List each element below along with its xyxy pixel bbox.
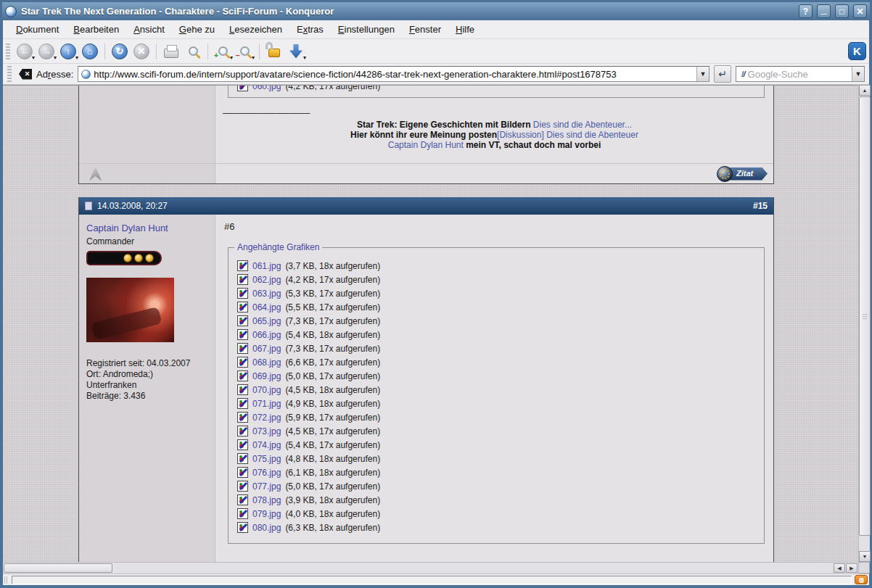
home-icon: ⌂ <box>82 44 98 59</box>
forward-icon: → <box>38 44 54 59</box>
attachment-link[interactable]: 075.jpg <box>252 454 281 464</box>
titlebar[interactable]: Star Trek The Next Generation - Charakte… <box>2 2 870 20</box>
attachment-row: 064.jpg (5,5 KB, 17x aufgerufen) <box>237 300 757 314</box>
find-button[interactable] <box>183 41 203 62</box>
url-input[interactable] <box>94 69 696 80</box>
clear-location-icon[interactable]: ✕ <box>19 69 32 80</box>
attachment-link[interactable]: 079.jpg <box>252 509 281 519</box>
signature-link-3[interactable]: Captain Dylan Hunt <box>388 140 464 150</box>
menu-item[interactable]: Gehe zu <box>172 22 222 37</box>
attachment-link[interactable]: 078.jpg <box>252 495 281 505</box>
url-dropdown-button[interactable]: ▼ <box>696 67 709 81</box>
attachment-image-icon <box>237 357 248 368</box>
username-link[interactable]: Captain Dylan Hunt <box>86 223 168 233</box>
zoom-out-icon <box>240 46 250 56</box>
help-button[interactable]: ? <box>799 4 813 18</box>
up-button[interactable]: ↑▾ <box>58 41 78 62</box>
locationbar-grip[interactable] <box>7 66 12 82</box>
menu-item[interactable]: Lesezeichen <box>222 22 289 37</box>
vertical-scrollbar[interactable]: ▲ ▼ <box>858 85 870 562</box>
zoom-out-button[interactable]: −▾ <box>234 41 255 62</box>
attachment-link[interactable]: 074.jpg <box>252 440 281 450</box>
attachment-link[interactable]: 062.jpg <box>252 275 281 285</box>
signature-line-2: Hier könnt ihr eure Meinung posten[Disku… <box>215 130 773 140</box>
menu-item[interactable]: Bearbeiten <box>66 22 126 37</box>
menu-item[interactable]: Hilfe <box>448 22 482 37</box>
attachment-link[interactable]: 076.jpg <box>252 468 281 478</box>
scroll-right-button[interactable]: ▶ <box>846 563 857 573</box>
search-dropdown-button[interactable]: ▼ <box>852 67 864 81</box>
starfleet-delta-icon <box>89 167 102 181</box>
lock-icon <box>268 49 280 57</box>
attachment-image-icon <box>237 274 248 285</box>
post-number-link[interactable]: #15 <box>753 201 768 211</box>
attachment-meta: (3,9 KB, 18x aufgerufen) <box>285 495 380 505</box>
user-registered: Registriert seit: 04.03.2007 <box>86 358 215 369</box>
download-button[interactable]: ▾ <box>286 41 306 62</box>
menu-item[interactable]: Extras <box>289 22 331 37</box>
reload-button[interactable]: ↻ <box>110 41 130 62</box>
attachment-link[interactable]: 073.jpg <box>252 426 281 436</box>
attachment-link[interactable]: 066.jpg <box>252 330 281 340</box>
horizontal-scrollbar[interactable]: ◀ ▶ <box>3 562 858 573</box>
kde-gear-icon[interactable]: K <box>848 42 866 60</box>
back-button[interactable]: ←▾ <box>15 41 35 62</box>
scroll-left-button[interactable]: ◀ <box>834 563 845 573</box>
attachment-link[interactable]: 069.jpg <box>252 371 281 381</box>
window-title: Star Trek The Next Generation - Charakte… <box>21 6 794 17</box>
forward-button[interactable]: →▾ <box>36 41 57 62</box>
quote-button[interactable]: Zitat <box>717 166 768 182</box>
attachment-link[interactable]: 068.jpg <box>252 357 281 368</box>
attachment-link[interactable]: 063.jpg <box>252 289 281 299</box>
statusbar-grip <box>4 576 9 584</box>
attachment-meta: (5,0 KB, 17x aufgerufen) <box>285 371 380 381</box>
previous-post-footer-right: Zitat <box>215 163 773 183</box>
stop-button[interactable]: ✕ <box>131 41 152 62</box>
signature-divider: __________________ <box>223 105 773 112</box>
scroll-down-button[interactable]: ▼ <box>859 551 871 562</box>
zoom-in-button[interactable]: +▾ <box>213 41 233 62</box>
attachment-link[interactable]: 072.jpg <box>252 413 281 423</box>
attachment-link[interactable]: 077.jpg <box>252 481 281 492</box>
signature-link-1[interactable]: Dies sind die Abenteuer... <box>533 120 632 130</box>
attachment-image-icon <box>237 481 248 492</box>
attachment-row: 070.jpg (4,5 KB, 18x aufgerufen) <box>237 383 757 397</box>
vertical-scrollbar-thumb[interactable] <box>859 96 871 536</box>
attachment-link[interactable]: 065.jpg <box>252 316 281 326</box>
rank-pip-icon <box>123 254 132 262</box>
konqueror-window: Star Trek The Next Generation - Charakte… <box>0 0 872 588</box>
attachment-image-icon <box>237 288 248 299</box>
minimize-button[interactable]: ─ <box>817 4 831 18</box>
home-button[interactable]: ⌂ <box>80 41 100 62</box>
go-button[interactable]: ↵ <box>714 65 731 83</box>
signature-link-2[interactable]: [Diskussion] Dies sind die Abenteuer <box>497 130 638 140</box>
attachment-link[interactable]: 064.jpg <box>252 302 281 312</box>
print-button[interactable] <box>161 41 181 62</box>
attachment-link[interactable]: 067.jpg <box>252 344 281 354</box>
menu-item[interactable]: Einstellungen <box>331 22 402 37</box>
attachment-meta: (6,3 KB, 18x aufgerufen) <box>285 523 380 533</box>
toolbar-grip[interactable] <box>6 44 10 59</box>
google-search-input[interactable] <box>748 69 852 80</box>
scrollbar-corner <box>858 562 870 573</box>
maximize-button[interactable]: □ <box>835 4 849 18</box>
previous-post-user-column <box>79 86 215 163</box>
attachment-link[interactable]: 061.jpg <box>252 261 281 271</box>
attachment-link[interactable]: 070.jpg <box>252 385 281 395</box>
menu-item[interactable]: Ansicht <box>126 22 172 37</box>
attachment-row: 065.jpg (7,3 KB, 17x aufgerufen) <box>237 314 757 328</box>
stop-icon: ✕ <box>133 44 149 59</box>
post-index: #6 <box>224 221 773 232</box>
menu-item[interactable]: Fenster <box>402 22 448 37</box>
attachment-link[interactable]: 060.jpg <box>252 86 281 91</box>
attachment-meta: (4,5 KB, 18x aufgerufen) <box>285 385 380 395</box>
horizontal-scrollbar-thumb[interactable] <box>4 563 112 573</box>
attachment-link[interactable]: 071.jpg <box>252 399 281 409</box>
reload-icon: ↻ <box>112 44 128 59</box>
scroll-up-button[interactable]: ▲ <box>859 85 871 96</box>
close-button[interactable]: ✕ <box>853 4 867 18</box>
signal-indicator-icon[interactable]: ((|)) <box>855 575 868 584</box>
attachment-link[interactable]: 080.jpg <box>252 523 281 533</box>
menu-item[interactable]: Dokument <box>9 22 66 37</box>
security-button[interactable] <box>264 41 284 62</box>
